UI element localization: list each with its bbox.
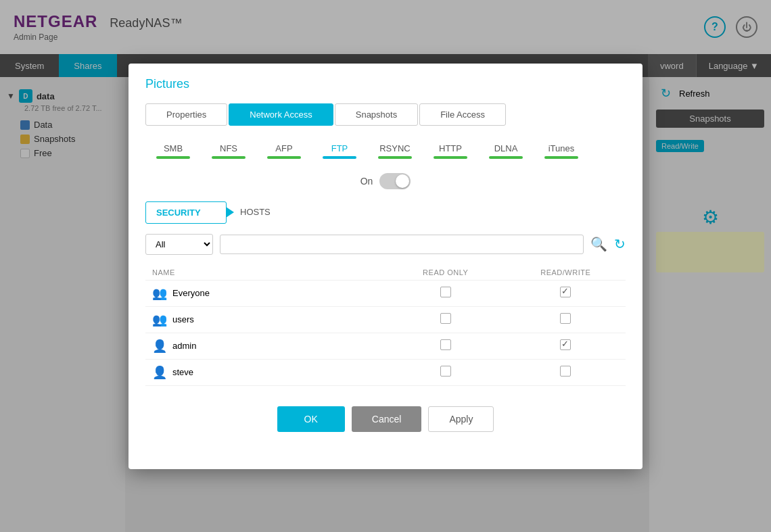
- col-name: NAME: [145, 265, 386, 281]
- user-icon: 👤: [152, 339, 167, 354]
- http-indicator: [434, 156, 467, 159]
- itunes-indicator: [544, 156, 578, 159]
- users-read-only-checkbox[interactable]: [440, 313, 451, 324]
- security-arrow: [226, 207, 234, 218]
- ok-button[interactable]: OK: [277, 406, 345, 432]
- tab-snapshots[interactable]: Snapshots: [335, 103, 418, 126]
- tab-network-access[interactable]: Network Access: [229, 103, 333, 126]
- proto-rsync[interactable]: RSYNC: [367, 139, 423, 161]
- apply-button[interactable]: Apply: [428, 406, 494, 432]
- table-row: 👤 steve: [145, 359, 626, 385]
- filter-row: All Users Groups 🔍 ↻: [145, 234, 626, 255]
- security-box[interactable]: SECURITY: [145, 201, 227, 224]
- table-row: 👥 users: [145, 306, 626, 333]
- proto-afp[interactable]: AFP: [256, 139, 312, 161]
- proto-itunes[interactable]: iTunes: [534, 139, 589, 161]
- admin-read-only-checkbox[interactable]: [440, 339, 451, 350]
- table-row: 👥 Everyone: [145, 280, 626, 306]
- col-read-only: READ ONLY: [386, 265, 506, 281]
- proto-smb[interactable]: SMB: [145, 139, 201, 161]
- toggle-label: On: [360, 176, 373, 187]
- toggle-switch[interactable]: [379, 173, 411, 189]
- tab-file-access[interactable]: File Access: [419, 103, 506, 126]
- modal-footer: OK Cancel Apply: [145, 406, 626, 432]
- user-users: 👥 users: [152, 312, 379, 327]
- users-table: NAME READ ONLY READ/WRITE 👥 Everyone: [145, 265, 626, 386]
- user-admin: 👤 admin: [152, 339, 379, 354]
- modal-dialog: Pictures Properties Network Access Snaps…: [128, 64, 642, 469]
- protocol-bar: SMB NFS AFP FTP RSYNC HTTP: [145, 139, 626, 161]
- col-read-write: READ/WRITE: [506, 265, 626, 281]
- rsync-indicator: [378, 156, 412, 159]
- steve-read-write-checkbox[interactable]: [560, 366, 571, 377]
- ftp-indicator: [323, 156, 356, 159]
- proto-nfs[interactable]: NFS: [201, 139, 256, 161]
- table-row: 👤 admin: [145, 333, 626, 359]
- search-input[interactable]: [220, 235, 584, 254]
- filter-select[interactable]: All Users Groups: [145, 234, 213, 255]
- user-steve: 👤 steve: [152, 365, 379, 380]
- steve-read-only-checkbox[interactable]: [440, 366, 451, 377]
- group-icon: 👥: [152, 286, 167, 301]
- cancel-button[interactable]: Cancel: [352, 406, 422, 432]
- table-refresh-icon[interactable]: ↻: [614, 236, 626, 252]
- everyone-read-write-checkbox[interactable]: [560, 287, 571, 297]
- dlna-indicator: [489, 156, 523, 159]
- proto-ftp[interactable]: FTP: [312, 139, 367, 161]
- tab-properties[interactable]: Properties: [145, 103, 227, 126]
- user-icon: 👤: [152, 365, 167, 380]
- tab-bar: Properties Network Access Snapshots File…: [145, 103, 626, 126]
- proto-http[interactable]: HTTP: [423, 139, 478, 161]
- hosts-label: HOSTS: [240, 201, 271, 217]
- modal-title: Pictures: [145, 77, 626, 91]
- group-icon: 👥: [152, 312, 167, 327]
- user-everyone: 👥 Everyone: [152, 286, 379, 301]
- search-icon[interactable]: 🔍: [590, 236, 607, 252]
- everyone-read-only-checkbox[interactable]: [440, 287, 451, 297]
- security-section: SECURITY HOSTS: [145, 201, 626, 224]
- toggle-knob: [396, 174, 409, 188]
- afp-indicator: [267, 156, 301, 159]
- admin-read-write-checkbox[interactable]: [560, 339, 571, 350]
- nfs-indicator: [212, 156, 246, 159]
- users-read-write-checkbox[interactable]: [560, 313, 571, 324]
- proto-dlna[interactable]: DLNA: [478, 139, 534, 161]
- modal-overlay: Pictures Properties Network Access Snaps…: [0, 0, 771, 532]
- toggle-row: On: [145, 173, 626, 189]
- smb-indicator: [156, 156, 190, 159]
